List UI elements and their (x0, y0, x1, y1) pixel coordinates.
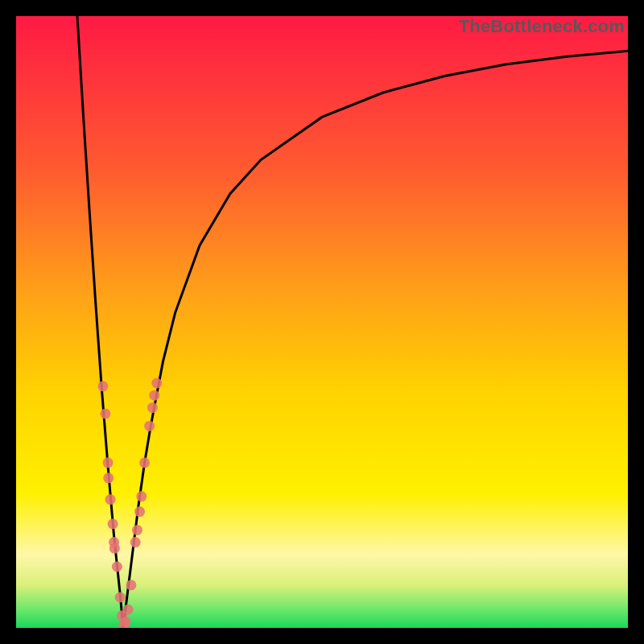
data-marker (121, 617, 131, 627)
chart-frame (16, 16, 628, 628)
data-marker (139, 457, 150, 468)
data-marker (136, 491, 147, 502)
data-marker (134, 506, 145, 517)
data-marker (132, 525, 142, 535)
data-marker (126, 580, 136, 590)
data-marker (130, 537, 141, 547)
data-marker (97, 381, 108, 391)
data-marker (123, 605, 134, 615)
data-marker (115, 592, 126, 603)
data-marker (103, 473, 114, 483)
data-marker (103, 457, 114, 468)
data-marker (100, 409, 110, 419)
bottleneck-chart (16, 16, 628, 628)
data-marker (149, 390, 159, 401)
data-marker (108, 518, 118, 529)
data-marker (105, 494, 116, 505)
gradient-background (16, 16, 628, 628)
data-marker (151, 378, 162, 389)
data-marker (109, 543, 120, 554)
data-marker (144, 421, 155, 431)
data-marker (147, 402, 158, 413)
data-marker (112, 562, 122, 572)
